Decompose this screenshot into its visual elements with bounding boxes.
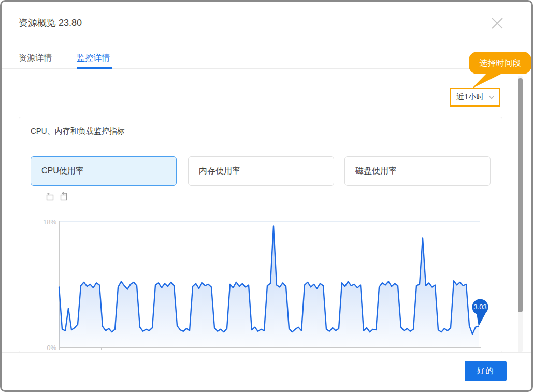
x-axis	[59, 347, 481, 351]
y-axis-label-min: 0%	[36, 344, 56, 352]
ok-button[interactable]: 好的	[465, 361, 507, 381]
series-area	[59, 226, 479, 348]
tab-resource-detail[interactable]: 资源详情	[19, 53, 52, 64]
metric-button-memory[interactable]: 内存使用率	[188, 156, 334, 186]
footer-divider	[2, 352, 531, 353]
pin-value-label: 3.03	[473, 303, 486, 311]
resource-overview-dialog: 资源概览 23.80 资源详情 监控详情 选择时间段 近1小时 CPU、内存和负…	[0, 0, 533, 392]
time-range-select[interactable]: 近1小时	[450, 88, 500, 107]
metric-button-disk[interactable]: 磁盘使用率	[344, 156, 491, 186]
time-range-value: 近1小时	[456, 92, 488, 102]
value-pin: 3.03	[472, 299, 488, 326]
zoom-restore-icon[interactable]	[59, 192, 68, 201]
monitor-card: CPU、内存和负载监控指标 CPU使用率 内存使用率 磁盘使用率 18% 0%	[19, 117, 502, 353]
cpu-usage-chart[interactable]: 3.03	[59, 221, 479, 347]
active-tab-underline	[77, 67, 112, 69]
header-divider	[2, 40, 531, 40]
y-axis-label-max: 18%	[36, 218, 56, 226]
metric-button-cpu[interactable]: CPU使用率	[31, 156, 177, 186]
close-button[interactable]	[491, 17, 504, 30]
tooltip-tail	[467, 72, 508, 89]
monitor-card-title: CPU、内存和负载监控指标	[31, 126, 125, 136]
dialog-title: 资源概览 23.80	[19, 17, 82, 29]
tab-monitor-detail[interactable]: 监控详情	[77, 53, 110, 64]
zoom-select-icon[interactable]	[45, 192, 55, 201]
chart-toolbox	[45, 192, 68, 201]
close-icon	[491, 17, 504, 30]
scrollbar-thumb[interactable]	[518, 78, 523, 312]
chevron-down-icon	[488, 95, 495, 99]
time-range-tooltip: 选择时间段	[469, 52, 531, 74]
